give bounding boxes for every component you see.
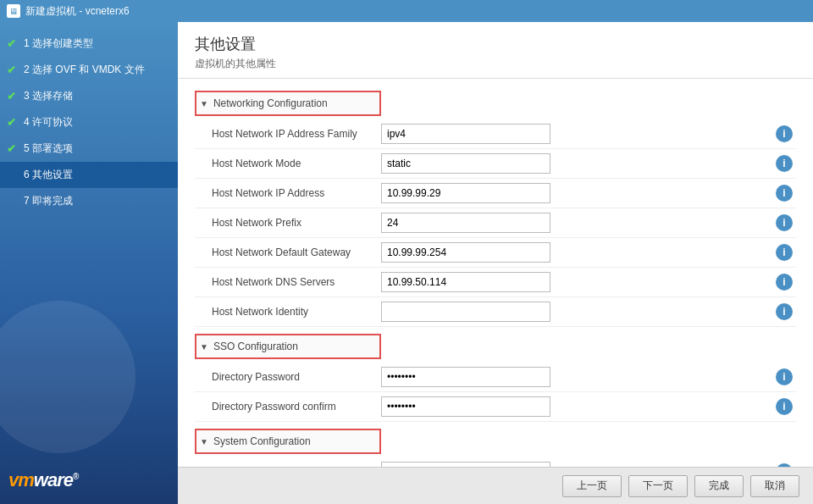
- form-row: Directory Passwordi: [195, 363, 796, 392]
- field-label: Host Network IP Address: [195, 187, 381, 199]
- form-row: Host Network Prefixi: [195, 208, 796, 238]
- field-label: Host Network Default Gateway: [195, 246, 381, 258]
- prev-button[interactable]: 上一页: [562, 475, 622, 497]
- content-body: ▼ Networking Configuration Host Network …: [178, 79, 813, 467]
- form-row: Host Network DNS Serversi: [195, 268, 796, 297]
- sidebar-item-step3[interactable]: ✔3 选择存储: [0, 83, 178, 109]
- info-button[interactable]: i: [776, 303, 793, 320]
- field-label: Host Network DNS Servers: [195, 276, 381, 288]
- section-header-networking[interactable]: ▼ Networking Configuration: [195, 91, 381, 116]
- field-label: Host Network Identity: [195, 306, 381, 318]
- field-input-wrap: i: [381, 213, 796, 233]
- field-input[interactable]: [381, 396, 550, 417]
- field-input-wrap: i: [381, 272, 796, 292]
- info-button[interactable]: i: [776, 155, 793, 172]
- app-icon: 🖥: [7, 4, 20, 18]
- form-row: Host Network Modei: [195, 149, 796, 179]
- form-row: Host Network Identityi: [195, 297, 796, 327]
- page-title: 其他设置: [195, 34, 796, 54]
- form-row: Host Network IP Addressi: [195, 179, 796, 208]
- sidebar-item-label: 2 选择 OVF 和 VMDK 文件: [24, 63, 145, 77]
- form-row: Directory Password confirmi: [195, 392, 796, 422]
- field-input-wrap: i: [381, 367, 796, 387]
- field-input[interactable]: [381, 213, 550, 233]
- info-button[interactable]: i: [776, 368, 793, 385]
- sidebar: ✔1 选择创建类型✔2 选择 OVF 和 VMDK 文件✔3 选择存储✔4 许可…: [0, 22, 178, 504]
- next-button[interactable]: 下一页: [628, 475, 688, 497]
- check-icon: ✔: [7, 90, 16, 102]
- field-input[interactable]: [381, 124, 550, 144]
- field-label: Host Network Prefix: [195, 217, 381, 229]
- section-header-system[interactable]: ▼ System Configuration: [195, 429, 381, 454]
- section-label-sso: SSO Configuration: [213, 341, 298, 352]
- page-subtitle: 虚拟机的其他属性: [195, 57, 796, 71]
- check-icon: ✔: [7, 37, 16, 50]
- info-button[interactable]: i: [776, 214, 793, 231]
- form-row: Host Network IP Address Familyi: [195, 119, 796, 149]
- check-icon: ✔: [7, 64, 16, 76]
- field-input-wrap: i: [381, 153, 796, 174]
- form-row: Host Network Default Gatewayi: [195, 238, 796, 268]
- field-input[interactable]: [381, 272, 550, 292]
- sidebar-item-step5[interactable]: ✔5 部署选项: [0, 136, 178, 162]
- sidebar-item-label: 6 其他设置: [24, 168, 73, 182]
- check-icon: ✔: [7, 116, 16, 129]
- footer: 上一页 下一页 完成 取消: [178, 467, 813, 504]
- field-input-wrap: i: [381, 302, 796, 322]
- sidebar-item-step7[interactable]: 7 即将完成: [0, 188, 178, 214]
- sidebar-item-step4[interactable]: ✔4 许可协议: [0, 109, 178, 136]
- sidebar-item-step2[interactable]: ✔2 选择 OVF 和 VMDK 文件: [0, 57, 178, 83]
- content-header: 其他设置 虚拟机的其他属性: [178, 22, 813, 79]
- sidebar-item-label: 4 许可协议: [24, 115, 73, 130]
- check-icon: ✔: [7, 142, 16, 155]
- collapse-icon: ▼: [200, 342, 208, 352]
- section-label-system: System Configuration: [213, 435, 311, 447]
- field-input[interactable]: [381, 153, 550, 174]
- field-label: Host Network Mode: [195, 158, 381, 169]
- sidebar-item-label: 3 选择存储: [24, 89, 73, 103]
- field-input-wrap: i: [381, 183, 796, 203]
- info-button[interactable]: i: [776, 274, 793, 291]
- collapse-icon: ▼: [200, 437, 208, 446]
- field-input[interactable]: [381, 242, 550, 263]
- titlebar-title: 新建虚拟机 - vcneterx6: [25, 4, 130, 19]
- field-label: Host Network IP Address Family: [195, 128, 381, 140]
- info-button[interactable]: i: [776, 398, 793, 415]
- sidebar-item-label: 5 部署选项: [24, 141, 73, 156]
- field-input-wrap: i: [381, 124, 796, 144]
- section-label-networking: Networking Configuration: [213, 97, 328, 109]
- field-input[interactable]: [381, 302, 550, 322]
- field-input-wrap: i: [381, 242, 796, 263]
- sidebar-item-label: 1 选择创建类型: [24, 36, 93, 51]
- vmware-logo: vmware®: [8, 469, 78, 491]
- titlebar: 🖥 新建虚拟机 - vcneterx6: [0, 0, 813, 22]
- cancel-button[interactable]: 取消: [750, 475, 799, 497]
- sidebar-item-label: 7 即将完成: [24, 194, 73, 208]
- section-header-sso[interactable]: ▼ SSO Configuration: [195, 334, 381, 359]
- info-button[interactable]: i: [776, 125, 793, 142]
- field-input[interactable]: [381, 183, 550, 203]
- field-input-wrap: i: [381, 396, 796, 417]
- form-row: Root Passwordi: [195, 457, 796, 467]
- sidebar-item-step1[interactable]: ✔1 选择创建类型: [0, 30, 178, 57]
- main-layout: ✔1 选择创建类型✔2 选择 OVF 和 VMDK 文件✔3 选择存储✔4 许可…: [0, 22, 813, 504]
- field-input[interactable]: [381, 367, 550, 387]
- sidebar-item-step6[interactable]: 6 其他设置: [0, 162, 178, 188]
- field-label: Directory Password: [195, 371, 381, 383]
- field-label: Directory Password confirm: [195, 401, 381, 413]
- info-button[interactable]: i: [776, 185, 793, 202]
- finish-button[interactable]: 完成: [694, 475, 744, 497]
- content-area: 其他设置 虚拟机的其他属性 ▼ Networking Configuration…: [178, 22, 813, 504]
- collapse-icon: ▼: [200, 99, 208, 108]
- info-button[interactable]: i: [776, 244, 793, 261]
